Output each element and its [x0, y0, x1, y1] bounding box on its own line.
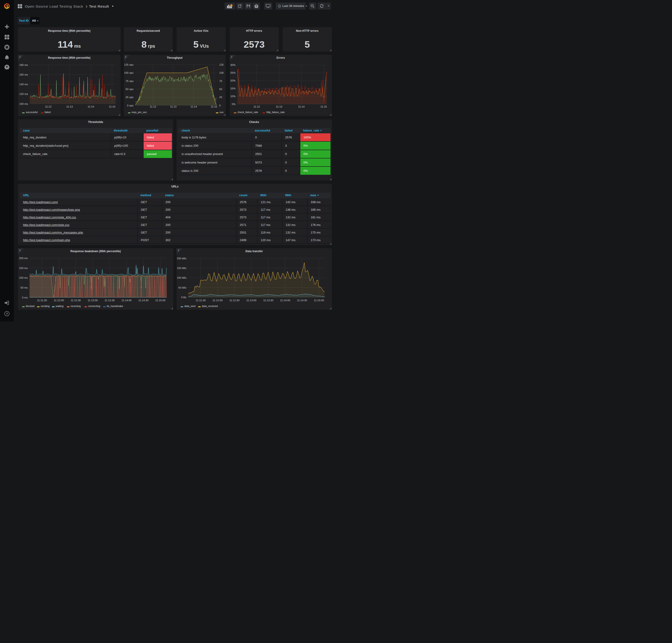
svg-text:100 ms: 100 ms — [19, 276, 28, 279]
svg-text:125 ops: 125 ops — [124, 63, 134, 66]
svg-text:75 ops: 75 ops — [125, 80, 134, 83]
svg-text:5%: 5% — [232, 103, 235, 106]
svg-text:11:15: 11:15 — [211, 105, 217, 108]
svg-text:20%: 20% — [230, 79, 235, 82]
svg-text:100: 100 — [219, 71, 223, 74]
svg-text:120 ms: 120 ms — [19, 93, 28, 95]
svg-text:11:13: 11:13 — [66, 105, 73, 108]
svg-text:10%: 10% — [230, 95, 235, 98]
svg-text:25: 25 — [219, 96, 222, 99]
svg-text:11:13: 11:13 — [276, 105, 282, 108]
svg-text:11:15: 11:15 — [320, 105, 327, 108]
svg-text:11:14: 11:14 — [88, 105, 94, 108]
svg-text:50 kBs: 50 kBs — [178, 286, 186, 289]
svg-text:11:14:00: 11:14:00 — [280, 299, 290, 302]
svg-text:140 ms: 140 ms — [19, 83, 28, 86]
svg-text:150 ms: 150 ms — [19, 267, 28, 269]
svg-text:100 ms: 100 ms — [19, 102, 28, 105]
svg-text:11:15: 11:15 — [109, 105, 115, 108]
svg-text:75: 75 — [219, 80, 222, 83]
svg-text:180 ms: 180 ms — [19, 63, 28, 66]
svg-text:125: 125 — [219, 63, 223, 66]
svg-text:?: ? — [6, 312, 8, 316]
svg-text:100 kBs: 100 kBs — [177, 276, 186, 279]
svg-text:11:13:30: 11:13:30 — [263, 299, 273, 302]
svg-text:11:12:00: 11:12:00 — [212, 299, 223, 302]
svg-text:0 ms: 0 ms — [22, 296, 28, 299]
svg-text:0 ops: 0 ops — [127, 104, 133, 107]
svg-text:11:14:30: 11:14:30 — [138, 299, 148, 302]
svg-text:11:12: 11:12 — [253, 105, 260, 108]
svg-text:11:12:30: 11:12:30 — [229, 299, 239, 302]
svg-text:0 Bs: 0 Bs — [181, 296, 186, 299]
svg-text:11:12: 11:12 — [150, 105, 156, 108]
svg-text:11:12:00: 11:12:00 — [54, 299, 64, 302]
svg-text:200 ms: 200 ms — [19, 257, 28, 259]
svg-text:11:11:30: 11:11:30 — [37, 299, 47, 302]
svg-text:50: 50 — [219, 88, 222, 90]
svg-text:11:14: 11:14 — [298, 105, 305, 108]
svg-text:160 ms: 160 ms — [19, 73, 28, 76]
svg-text:15%: 15% — [230, 87, 235, 90]
svg-text:11:13: 11:13 — [170, 105, 176, 108]
svg-text:11:11:30: 11:11:30 — [196, 299, 206, 302]
svg-text:11:14:30: 11:14:30 — [297, 299, 307, 302]
svg-text:11:14: 11:14 — [190, 105, 197, 108]
svg-text:11:12: 11:12 — [45, 105, 52, 108]
svg-text:0: 0 — [219, 104, 221, 107]
svg-text:150 kBs: 150 kBs — [177, 267, 186, 269]
svg-text:11:14:00: 11:14:00 — [122, 299, 132, 302]
svg-text:200 kBs: 200 kBs — [177, 257, 186, 260]
svg-text:25%: 25% — [230, 71, 235, 74]
svg-text:11:15:00: 11:15:00 — [314, 299, 324, 302]
svg-text:50 ms: 50 ms — [21, 286, 28, 289]
svg-text:25 ops: 25 ops — [125, 96, 134, 99]
svg-text:11:13:30: 11:13:30 — [104, 299, 115, 302]
svg-text:11:15:00: 11:15:00 — [155, 299, 165, 302]
svg-text:30%: 30% — [230, 63, 235, 66]
svg-text:11:12:30: 11:12:30 — [71, 299, 81, 302]
svg-text:50 ops: 50 ops — [125, 88, 134, 90]
svg-text:100 ops: 100 ops — [124, 71, 134, 74]
svg-text:11:13:00: 11:13:00 — [246, 299, 257, 302]
svg-text:11:13:00: 11:13:00 — [88, 299, 98, 302]
